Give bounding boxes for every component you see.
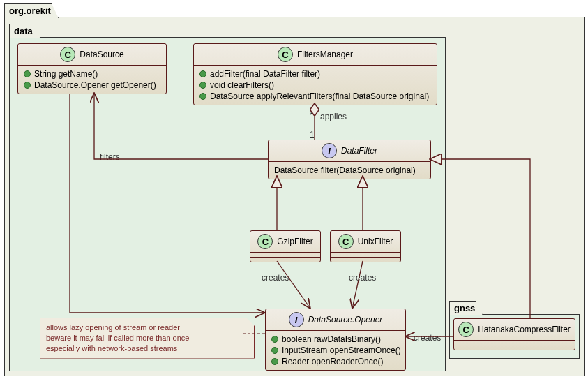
class-name: HatanakaCompressFilter xyxy=(478,325,571,334)
class-name: GzipFilter xyxy=(277,237,312,246)
class-icon: C xyxy=(278,47,293,62)
class-filtersmanager: C FiltersManager addFilter(final DataFil… xyxy=(193,43,437,105)
method: DataSource.Opener getOpener() xyxy=(24,80,160,91)
class-icon: C xyxy=(338,234,354,249)
label-one: 1 xyxy=(310,130,315,140)
class-name: DataFilter xyxy=(341,146,377,156)
label-creates: creates xyxy=(414,333,441,343)
visibility-public-icon xyxy=(271,358,278,365)
class-icon: C xyxy=(257,234,273,249)
package-tab-orekit: org.orekit xyxy=(4,3,59,18)
visibility-public-icon xyxy=(24,70,31,77)
label-filters: filters xyxy=(100,152,120,162)
method: addFilter(final DataFilter filter) xyxy=(199,68,431,80)
class-name: DataSource.Opener xyxy=(308,315,383,325)
label-creates: creates xyxy=(349,273,376,283)
visibility-public-icon xyxy=(271,347,278,354)
visibility-public-icon xyxy=(199,82,206,89)
visibility-public-icon xyxy=(199,93,206,100)
method: DataSource filter(DataSource original) xyxy=(274,165,425,176)
interface-icon: I xyxy=(322,143,337,158)
note: allows lazy opening of stream or reader … xyxy=(40,318,255,359)
class-datasource: C DataSource String getName() DataSource… xyxy=(17,43,167,94)
class-gzipfilter: C GzipFilter xyxy=(250,230,321,262)
method: InputStream openStreamOnce() xyxy=(271,345,400,356)
class-unixfilter: C UnixFilter xyxy=(330,230,401,262)
visibility-public-icon xyxy=(199,70,206,77)
class-icon: C xyxy=(60,47,75,62)
label-applies: applies xyxy=(320,112,347,121)
class-name: FiltersManager xyxy=(297,50,353,59)
interface-icon: I xyxy=(289,312,304,327)
method: void clearFilters() xyxy=(199,80,431,91)
label-star: * xyxy=(310,110,313,120)
class-name: DataSource xyxy=(80,50,123,59)
interface-opener: I DataSource.Opener boolean rawDataIsBin… xyxy=(265,309,406,371)
method: DataSource applyRelevantFilters(final Da… xyxy=(199,91,431,102)
label-creates: creates xyxy=(262,273,289,283)
method: Reader openReaderOnce() xyxy=(271,356,400,367)
class-name: UnixFilter xyxy=(358,237,393,246)
interface-datafilter: I DataFilter DataSource filter(DataSourc… xyxy=(268,140,431,179)
class-hatanaka: C HatanakaCompressFilter xyxy=(453,318,575,350)
visibility-public-icon xyxy=(24,82,31,89)
method: boolean rawDataIsBinary() xyxy=(271,334,400,345)
visibility-public-icon xyxy=(271,336,278,343)
class-icon: C xyxy=(458,322,474,337)
method: String getName() xyxy=(24,68,160,80)
